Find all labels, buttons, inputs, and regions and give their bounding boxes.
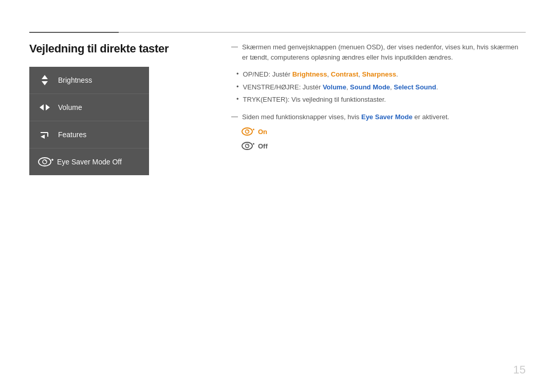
highlight-volume: Volume bbox=[323, 83, 346, 91]
brightness-label: Brightness bbox=[58, 76, 92, 84]
svg-point-8 bbox=[43, 160, 47, 164]
svg-marker-6 bbox=[41, 135, 45, 139]
svg-point-19 bbox=[248, 145, 249, 146]
enter-arrow-icon bbox=[36, 127, 53, 142]
svg-point-7 bbox=[39, 158, 51, 166]
bullet-dot-2: • bbox=[236, 83, 239, 90]
right-content: — Skærmen med genvejsknappen (menuen OSD… bbox=[231, 42, 526, 155]
bullet-dot-1: • bbox=[236, 70, 239, 78]
svg-marker-1 bbox=[42, 81, 48, 85]
svg-marker-0 bbox=[42, 75, 48, 79]
highlight-sharpness: Sharpness bbox=[362, 70, 396, 78]
top-divider bbox=[29, 32, 526, 33]
highlight-select-sound: Select Sound bbox=[394, 83, 436, 91]
bullet-item-1: • OP/NED: Justér Brightness, Contrast, S… bbox=[236, 69, 526, 80]
svg-point-17 bbox=[242, 142, 252, 150]
eye-off-icon bbox=[239, 140, 255, 152]
highlight-eye-saver-mode: Eye Saver Mode bbox=[361, 113, 413, 121]
volume-label: Volume bbox=[58, 103, 82, 111]
highlight-contrast: Contrast bbox=[331, 70, 358, 78]
highlight-brightness: Brightness bbox=[292, 70, 327, 78]
note-2: — Siden med funktionsknapper vises, hvis… bbox=[231, 112, 526, 122]
note-1-dash: — bbox=[231, 43, 238, 50]
note-1-text: Skærmen med genvejsknappen (menuen OSD),… bbox=[242, 42, 526, 62]
left-right-arrow-icon bbox=[36, 100, 53, 115]
menu-item-brightness[interactable]: Brightness bbox=[29, 67, 149, 94]
note-2-text: Siden med funktionsknapper vises, hvis E… bbox=[242, 112, 449, 122]
up-down-arrow-icon bbox=[36, 73, 53, 87]
bullet-dot-3: • bbox=[236, 95, 239, 103]
eye-saver-on-label: On bbox=[258, 128, 267, 136]
svg-point-18 bbox=[246, 144, 249, 148]
eye-saver-off-label: Off bbox=[258, 142, 268, 150]
svg-marker-2 bbox=[40, 104, 44, 110]
page-title: Vejledning til direkte taster bbox=[29, 42, 169, 55]
highlight-sound-mode: Sound Mode bbox=[350, 83, 390, 91]
bullet-item-2: • VENSTRE/HØJRE: Justér Volume, Sound Mo… bbox=[236, 82, 526, 92]
bullet-item-3: • TRYK(ENTER): Vis vejledning til funkti… bbox=[236, 95, 526, 105]
bullet-text-2: VENSTRE/HØJRE: Justér Volume, Sound Mode… bbox=[243, 82, 438, 92]
svg-point-9 bbox=[45, 160, 46, 161]
features-label: Features bbox=[58, 130, 86, 139]
svg-point-14 bbox=[248, 130, 249, 132]
eye-saver-label: Eye Saver Mode Off bbox=[57, 158, 122, 166]
eye-on-icon bbox=[239, 126, 255, 137]
svg-point-13 bbox=[246, 130, 249, 134]
bullet-text-1: OP/NED: Justér Brightness, Contrast, Sha… bbox=[243, 69, 398, 80]
note-2-dash: — bbox=[231, 113, 238, 120]
eye-saver-row[interactable]: Eye Saver Mode Off bbox=[29, 148, 149, 175]
menu-item-features[interactable]: Features bbox=[29, 121, 149, 148]
svg-point-12 bbox=[242, 128, 252, 135]
note-1: — Skærmen med genvejsknappen (menuen OSD… bbox=[231, 42, 526, 62]
eye-saver-on-row: On bbox=[239, 126, 526, 137]
page-number: 15 bbox=[513, 363, 526, 377]
eye-saver-icon bbox=[36, 155, 53, 169]
menu-item-volume[interactable]: Volume bbox=[29, 94, 149, 121]
svg-marker-3 bbox=[46, 104, 50, 110]
eye-saver-off-row: Off bbox=[239, 140, 526, 152]
eye-saver-status-section: On Off bbox=[239, 126, 526, 152]
bullet-list: • OP/NED: Justér Brightness, Contrast, S… bbox=[236, 69, 526, 105]
bullet-text-3: TRYK(ENTER): Vis vejledning til funktion… bbox=[243, 95, 386, 105]
menu-panel: Brightness Volume Features bbox=[29, 67, 149, 175]
